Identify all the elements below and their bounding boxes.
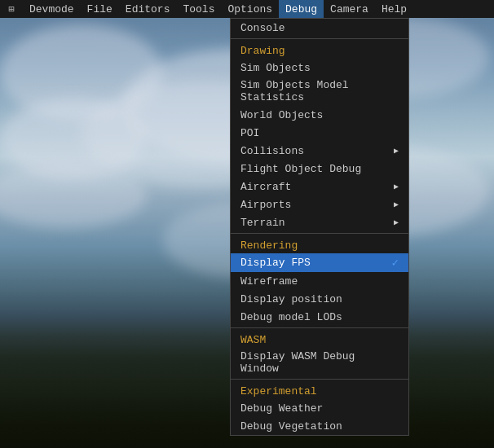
menu-airports[interactable]: Airports ▶ [231,195,408,213]
section-wasm: WASM [231,330,408,348]
terrain-arrow-icon: ▶ [394,217,399,227]
menu-console[interactable]: Console [231,19,408,37]
display-fps-check-icon: ✓ [392,256,399,270]
airports-arrow-icon: ▶ [394,200,399,209]
aircraft-arrow-icon: ▶ [394,182,399,191]
section-rendering: Rendering [231,235,408,253]
separator-2 [231,233,408,234]
menu-tools[interactable]: Tools [176,0,221,18]
menu-display-position[interactable]: Display position [231,290,408,308]
menu-terrain[interactable]: Terrain ▶ [231,213,408,231]
menu-poi[interactable]: POI [231,124,408,142]
menu-collisions[interactable]: Collisions ▶ [231,142,408,160]
menu-wireframe[interactable]: Wireframe [231,272,408,290]
menu-sim-objects-model-stats[interactable]: Sim Objects Model Statistics [231,77,408,106]
menu-debug[interactable]: Debug [279,0,324,18]
menu-display-wasm-debug-window[interactable]: Display WASM Debug Window [231,348,408,377]
menu-editors[interactable]: Editors [119,0,177,18]
collisions-arrow-icon: ▶ [394,146,399,156]
menu-debug-vegetation[interactable]: Debug Vegetation [231,417,408,435]
debug-dropdown: Console Drawing Sim Objects Sim Objects … [230,18,409,436]
menu-options[interactable]: Options [221,0,279,18]
menu-flight-object-debug[interactable]: Flight Object Debug [231,160,408,178]
separator-4 [231,379,408,380]
separator-1 [231,38,408,39]
menu-camera[interactable]: Camera [324,0,375,18]
menu-debug-weather[interactable]: Debug Weather [231,399,408,417]
section-experimental: Experimental [231,381,408,399]
app-icon: ⊞ [3,1,20,17]
menu-file[interactable]: File [81,0,119,18]
menu-aircraft[interactable]: Aircraft ▶ [231,178,408,195]
menu-devmode[interactable]: Devmode [23,0,81,18]
separator-3 [231,327,408,328]
menu-sim-objects[interactable]: Sim Objects [231,59,408,77]
menu-world-objects[interactable]: World Objects [231,106,408,124]
menu-debug-model-lods[interactable]: Debug model LODs [231,308,408,326]
menubar: ⊞ Devmode File Editors Tools Options Deb… [0,0,494,18]
menu-help[interactable]: Help [375,0,413,18]
section-drawing: Drawing [231,41,408,59]
menu-display-fps[interactable]: Display FPS ✓ [231,253,408,272]
